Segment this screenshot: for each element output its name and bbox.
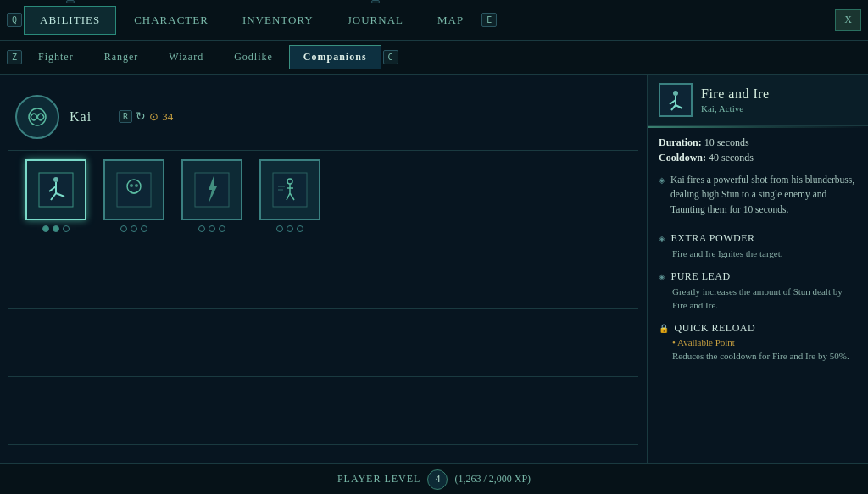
upgrade-title-quick-reload: 🔒 QUICK RELOAD xyxy=(659,322,858,335)
dot-2-2 xyxy=(131,225,137,232)
dot-2-1 xyxy=(120,225,127,232)
ability-slots-row xyxy=(8,151,638,241)
detail-panel: Fire and Ire Kai, Active Duration: 10 se… xyxy=(648,75,868,463)
dot-3-3 xyxy=(219,225,225,232)
ability-slot-4[interactable] xyxy=(259,159,320,232)
player-level-badge: 4 xyxy=(427,469,448,490)
status-bar: PLAYER LEVEL 4 (1,263 / 2,000 XP) xyxy=(0,463,868,494)
dot-4-3 xyxy=(297,225,303,232)
detail-description: Kai fires a powerful shot from his blund… xyxy=(659,173,858,217)
upgrades-section: ◈ EXTRA POWDER Fire and Ire Ignites the … xyxy=(659,225,858,364)
detail-ability-title: Fire and Ire xyxy=(701,86,770,102)
action-key-r: R xyxy=(119,110,132,123)
nav-key-z: Z xyxy=(7,50,22,64)
player-level-label: PLAYER LEVEL xyxy=(337,473,421,486)
svg-point-9 xyxy=(130,184,133,187)
dot-1-2 xyxy=(53,225,59,232)
dot-4-1 xyxy=(276,225,283,232)
svg-point-15 xyxy=(673,91,678,96)
upgrade-quick-reload[interactable]: 🔒 QUICK RELOAD Available Point Reduces t… xyxy=(659,322,858,363)
abilities-panel: Kai R ↻ ⊙ 34 xyxy=(0,75,648,463)
nav-key-q: Q xyxy=(7,13,22,27)
main-content: Kai R ↻ ⊙ 34 xyxy=(0,75,868,463)
dot-4-2 xyxy=(287,225,293,232)
character-row: Kai R ↻ ⊙ 34 xyxy=(8,83,638,151)
upgrade-icon-quick-reload: 🔒 xyxy=(659,324,670,333)
dot-1-3 xyxy=(63,225,70,232)
gold-icon: ⊙ xyxy=(149,110,159,124)
ability-slot-3[interactable] xyxy=(181,159,242,232)
character-name: Kai xyxy=(70,109,92,125)
upgrade-title-extra-powder: ◈ EXTRA POWDER xyxy=(659,232,858,245)
subtab-godlike[interactable]: Godlike xyxy=(220,45,287,69)
ability-dots-3 xyxy=(198,225,225,232)
empty-row-1 xyxy=(8,241,638,309)
upgrade-desc-pure-lead: Greatly increases the amount of Stun dea… xyxy=(659,286,858,312)
upgrade-title-pure-lead: ◈ PURE LEAD xyxy=(659,270,858,283)
detail-ability-subtitle: Kai, Active xyxy=(701,103,770,114)
svg-rect-7 xyxy=(117,173,151,207)
dot-3-1 xyxy=(198,225,205,232)
empty-row-2 xyxy=(8,309,638,377)
sub-navigation: Z Fighter Ranger Wizard Godlike Companio… xyxy=(0,41,868,75)
empty-row-3 xyxy=(8,377,638,445)
available-point-label: Available Point xyxy=(659,337,858,347)
upgrade-pure-lead[interactable]: ◈ PURE LEAD Greatly increases the amount… xyxy=(659,270,858,312)
dot-3-2 xyxy=(209,225,215,232)
subtab-fighter[interactable]: Fighter xyxy=(24,45,88,69)
detail-header: Fire and Ire Kai, Active xyxy=(648,75,868,126)
tab-abilities[interactable]: ABILITIES xyxy=(24,6,116,35)
character-avatar xyxy=(15,95,59,139)
tab-map[interactable]: MAP xyxy=(421,6,480,35)
ability-dots-1 xyxy=(42,225,70,232)
subtab-wizard[interactable]: Wizard xyxy=(154,45,218,69)
detail-title-block: Fire and Ire Kai, Active xyxy=(701,86,770,114)
detail-duration: Duration: 10 seconds xyxy=(659,136,858,149)
tab-character[interactable]: CHARACTER xyxy=(118,6,225,35)
ability-dots-4 xyxy=(276,225,303,232)
ability-icon-3[interactable] xyxy=(181,159,242,220)
detail-ability-icon xyxy=(659,83,693,117)
tab-journal[interactable]: JOURNAL xyxy=(331,6,420,35)
upgrade-extra-powder[interactable]: ◈ EXTRA POWDER Fire and Ire Ignites the … xyxy=(659,232,858,260)
upgrade-icon-extra-powder: ◈ xyxy=(659,234,666,243)
refresh-icon: ↻ xyxy=(136,109,146,124)
detail-cooldown: Cooldown: 40 seconds xyxy=(659,152,858,164)
upgrade-desc-extra-powder: Fire and Ire Ignites the target. xyxy=(659,247,858,260)
close-button[interactable]: X xyxy=(835,9,861,31)
gold-count: 34 xyxy=(162,110,173,124)
nav-key-c: C xyxy=(383,50,398,64)
nav-key-e: E xyxy=(481,13,497,27)
tab-inventory[interactable]: INVENTORY xyxy=(226,6,330,35)
xp-text: (1,263 / 2,000 XP) xyxy=(454,473,531,486)
upgrade-desc-quick-reload: Reduces the cooldown for Fire and Ire by… xyxy=(659,350,858,363)
tab-key-journal xyxy=(371,0,380,3)
dot-1-1 xyxy=(42,225,49,232)
ability-icon-4[interactable] xyxy=(259,159,320,220)
ability-dots-2 xyxy=(120,225,147,232)
subtab-companions[interactable]: Companions xyxy=(289,45,381,69)
ability-icon-fire-and-ire[interactable] xyxy=(25,159,86,220)
character-actions: R ↻ ⊙ 34 xyxy=(119,109,173,124)
detail-body: Duration: 10 seconds Cooldown: 40 second… xyxy=(648,128,868,381)
upgrade-icon-pure-lead: ◈ xyxy=(659,272,666,281)
dot-2-3 xyxy=(141,225,147,232)
top-navigation: Q ABILITIES CHARACTER INVENTORY JOURNAL … xyxy=(0,0,868,41)
tab-key-abilities xyxy=(66,0,75,3)
ability-slot-2[interactable] xyxy=(103,159,164,232)
svg-point-2 xyxy=(53,177,58,182)
ability-slot-1[interactable] xyxy=(25,159,86,232)
ability-icon-2[interactable] xyxy=(103,159,164,220)
svg-point-10 xyxy=(135,184,138,187)
subtab-ranger[interactable]: Ranger xyxy=(90,45,153,69)
